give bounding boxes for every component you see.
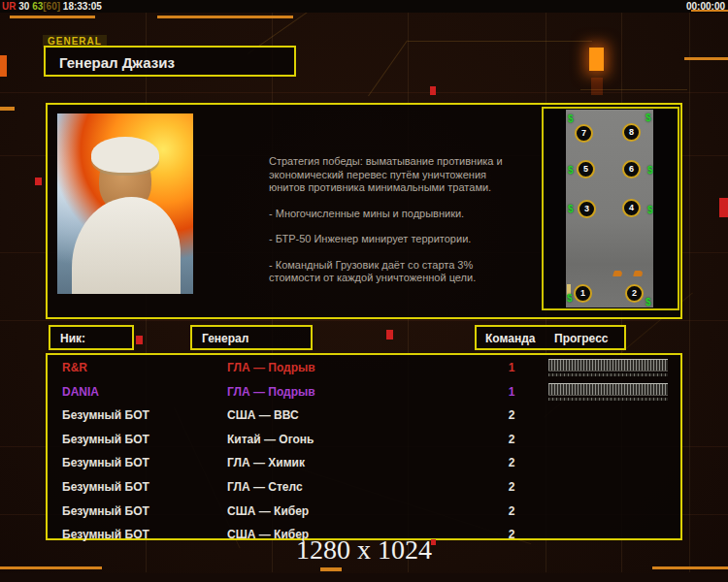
strategy-text: Стратегия победы: выматывание противника… bbox=[269, 155, 510, 298]
deco-grid-line bbox=[0, 92, 728, 93]
deco-glow-block bbox=[589, 48, 604, 71]
deco-red-square bbox=[719, 198, 728, 217]
player-team: 1 bbox=[502, 385, 521, 399]
header-nick-label: Ник: bbox=[60, 332, 85, 345]
statusbar-field: 30 bbox=[18, 1, 32, 12]
player-team: 2 bbox=[502, 456, 521, 469]
strategy-paragraph: - Командный Грузовик даёт со старта 3% с… bbox=[269, 259, 510, 285]
player-team: 2 bbox=[502, 433, 521, 446]
spawn-point: 2 bbox=[625, 284, 644, 303]
player-team: 2 bbox=[502, 408, 521, 422]
money-spot-icon: $ bbox=[647, 206, 653, 215]
spawn-point: 8 bbox=[622, 123, 641, 142]
player-general: США — ВВС bbox=[227, 408, 299, 422]
money-spot-icon: $ bbox=[647, 166, 653, 176]
deco-glow-reflection bbox=[591, 78, 603, 95]
general-title-box: Генерал Джазиз bbox=[44, 46, 296, 77]
money-spot-icon: $ bbox=[645, 298, 651, 307]
player-team: 2 bbox=[502, 480, 521, 494]
deco-circuit-line bbox=[408, 41, 592, 42]
deco-red-square bbox=[386, 330, 393, 340]
player-nick: Безумный БОТ bbox=[62, 480, 149, 494]
statusbar-field: UR bbox=[2, 1, 18, 12]
player-general: ГЛА — Стелс bbox=[227, 480, 303, 494]
player-nick: R&R bbox=[62, 361, 87, 374]
header-general-label: Генерал bbox=[202, 332, 248, 345]
spawn-point: 1 bbox=[574, 284, 592, 303]
table-row: Безумный БОТСША — ВВС2 bbox=[48, 405, 680, 430]
spawn-point: 3 bbox=[578, 200, 596, 218]
statusbar: UR 30 63[60] 18:33:05 00:00:00 bbox=[0, 0, 728, 13]
statusbar-field: 63 bbox=[32, 1, 43, 12]
deco-red-square bbox=[431, 539, 436, 545]
deco-red-square bbox=[35, 178, 42, 185]
statusbar-field: [60] bbox=[43, 1, 63, 12]
deco-bottom-band bbox=[0, 573, 728, 582]
deco-red-square bbox=[136, 336, 143, 344]
deco-circuit-line bbox=[368, 40, 408, 96]
player-nick: Безумный БОТ bbox=[62, 408, 149, 422]
money-spot-icon: $ bbox=[645, 113, 651, 123]
spawn-point: 5 bbox=[577, 160, 595, 178]
portrait-headdress bbox=[91, 137, 159, 173]
player-team: 1 bbox=[502, 361, 521, 374]
deco-orange-line bbox=[652, 566, 728, 569]
progress-bar bbox=[548, 359, 668, 372]
deco-orange-line bbox=[684, 57, 728, 60]
deco-red-square bbox=[430, 86, 436, 95]
loading-screen: UR 30 63[60] 18:33:05 00:00:00 GENERAL Г… bbox=[0, 0, 728, 582]
resolution-text: 1280 x 1024 bbox=[0, 534, 728, 566]
deco-orange-line bbox=[10, 16, 95, 18]
player-general: ГЛА — Химик bbox=[227, 456, 305, 469]
player-nick: Безумный БОТ bbox=[62, 433, 149, 446]
strategy-paragraph: - БТР-50 Инженер минирует территории. bbox=[269, 233, 510, 246]
money-spot-icon: $ bbox=[568, 205, 574, 214]
player-rows: R&RГЛА — Подрыв1DANIAГЛА — Подрыв1Безумн… bbox=[48, 358, 680, 549]
statusbar-field: 18:33:05 bbox=[63, 1, 102, 12]
strategy-paragraph: Стратегия победы: выматывание противника… bbox=[269, 155, 510, 195]
table-row: Безумный БОТГЛА — Стелс2 bbox=[48, 477, 680, 501]
spawn-point: 6 bbox=[622, 160, 641, 178]
spawn-point: 4 bbox=[622, 199, 641, 217]
portrait-body bbox=[72, 197, 181, 294]
header-nick: Ник: bbox=[49, 325, 134, 350]
deco-orange-line bbox=[0, 107, 15, 111]
player-general: США — Кибер bbox=[227, 504, 309, 518]
player-general: Китай — Огонь bbox=[227, 433, 314, 446]
table-row: R&RГЛА — Подрыв1 bbox=[48, 358, 680, 382]
general-portrait bbox=[57, 113, 193, 294]
progress-bar-strip bbox=[548, 373, 668, 376]
player-nick: Безумный БОТ bbox=[62, 456, 149, 469]
table-row: Безумный БОТКитай — Огонь2 bbox=[48, 430, 680, 454]
player-table: R&RГЛА — Подрыв1DANIAГЛА — Подрыв1Безумн… bbox=[46, 353, 682, 540]
deco-orange-line bbox=[691, 10, 728, 12]
general-name: Генерал Джазиз bbox=[59, 54, 175, 71]
player-general: ГЛА — Подрыв bbox=[227, 385, 315, 399]
money-spot-icon: $ bbox=[567, 294, 573, 304]
deco-orange-line bbox=[320, 567, 342, 571]
player-nick: Безумный БОТ bbox=[62, 504, 149, 518]
header-progress-label: Прогресс bbox=[554, 332, 608, 345]
strategy-paragraph: - Многочисленные мины и подрывники. bbox=[269, 208, 510, 221]
player-nick: DANIA bbox=[62, 385, 99, 399]
money-spot-icon: $ bbox=[568, 114, 574, 124]
deco-grid-line bbox=[0, 320, 728, 321]
player-general: ГЛА — Подрыв bbox=[227, 361, 315, 374]
table-row: Безумный БОТСША — Кибер2 bbox=[48, 501, 680, 526]
player-team: 2 bbox=[502, 504, 521, 518]
deco-grid-line bbox=[689, 13, 690, 572]
statusbar-left: UR 30 63[60] 18:33:05 bbox=[2, 1, 102, 12]
header-team-progress: Команда Прогресс bbox=[475, 325, 626, 350]
progress-bar bbox=[548, 383, 668, 396]
deco-edge-block bbox=[0, 55, 7, 77]
minimap: 78563412$$$$$$$$ bbox=[542, 107, 679, 310]
header-general: Генерал bbox=[190, 325, 313, 350]
progress-bar-strip bbox=[548, 398, 668, 401]
table-row: Безумный БОТГЛА — Химик2 bbox=[48, 453, 680, 477]
spawn-point: 7 bbox=[575, 124, 593, 143]
deco-orange-line bbox=[0, 566, 102, 569]
money-spot-icon: $ bbox=[568, 166, 574, 176]
header-team-label: Команда bbox=[485, 332, 535, 345]
deco-orange-line bbox=[157, 16, 293, 18]
table-row: DANIAГЛА — Подрыв1 bbox=[48, 382, 680, 406]
